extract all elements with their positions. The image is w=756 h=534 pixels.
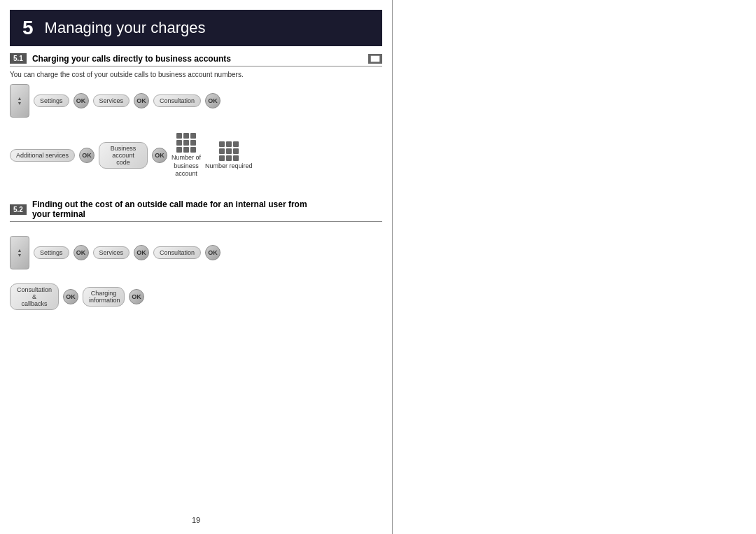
section-52-flow-row2: Consultation &callbacks OK Charginginfor… bbox=[10, 283, 382, 310]
btn-additional-services[interactable]: Additional services bbox=[10, 149, 75, 162]
ok-btn-4[interactable]: OK bbox=[79, 148, 94, 163]
phone-icon-1 bbox=[10, 84, 29, 118]
ok-btn-10[interactable]: OK bbox=[129, 289, 144, 304]
btn-settings-52[interactable]: Settings bbox=[34, 246, 69, 259]
btn-charging-info[interactable]: Charginginformation bbox=[83, 287, 125, 307]
section-51-flow-row1: Settings OK Services OK Consultation OK bbox=[10, 84, 382, 118]
section-51-title: Charging your calls directly to business… bbox=[32, 54, 368, 64]
ok-btn-3[interactable]: OK bbox=[205, 93, 220, 108]
section-52-header: 5.2 Finding out the cost of an outside c… bbox=[10, 199, 382, 222]
ok-btn-8[interactable]: OK bbox=[205, 245, 220, 260]
keypad-icon-2 bbox=[218, 140, 240, 162]
keypad-group-1: Number ofbusinessaccount bbox=[172, 132, 201, 178]
keypad-icon-1 bbox=[175, 132, 197, 154]
btn-consultation-52[interactable]: Consultation bbox=[153, 246, 201, 259]
btn-settings[interactable]: Settings bbox=[34, 94, 69, 107]
keypad-group-2: Number required bbox=[205, 140, 253, 171]
ok-btn-2[interactable]: OK bbox=[134, 93, 149, 108]
ok-btn-6[interactable]: OK bbox=[74, 245, 89, 260]
ok-btn-1[interactable]: OK bbox=[74, 93, 89, 108]
chapter-title-bar: 5 Managing your charges bbox=[10, 10, 382, 46]
section-52-title: Finding out the cost of an outside call … bbox=[32, 199, 382, 219]
section-51-flow-row2: Additional services OK Business accountc… bbox=[10, 132, 382, 178]
section-52-num: 5.2 bbox=[10, 204, 27, 215]
ok-btn-9[interactable]: OK bbox=[63, 289, 78, 304]
section-52-flow-row1: Settings OK Services OK Consultation OK bbox=[10, 236, 382, 269]
section-51-icon bbox=[368, 54, 382, 64]
right-panel bbox=[392, 0, 756, 534]
btn-business-account: Business accountcode bbox=[99, 142, 148, 169]
btn-consultation[interactable]: Consultation bbox=[153, 94, 201, 107]
chapter-number: 5 bbox=[22, 17, 34, 39]
section-51-desc: You can charge the cost of your outside … bbox=[10, 71, 382, 78]
chapter-title: Managing your charges bbox=[45, 19, 206, 37]
section-51-header: 5.1 Charging your calls directly to busi… bbox=[10, 53, 382, 66]
keypad-1-label: Number ofbusinessaccount bbox=[172, 154, 201, 178]
btn-services-52[interactable]: Services bbox=[93, 246, 130, 259]
phone-icon-2 bbox=[10, 236, 29, 269]
ok-btn-7[interactable]: OK bbox=[134, 245, 149, 260]
section-51-num: 5.1 bbox=[10, 53, 27, 64]
btn-services[interactable]: Services bbox=[93, 94, 130, 107]
page-number: 19 bbox=[192, 516, 200, 524]
keypad-2-label: Number required bbox=[205, 162, 253, 171]
ok-btn-5[interactable]: OK bbox=[152, 148, 167, 163]
btn-consultation-callbacks[interactable]: Consultation &callbacks bbox=[10, 283, 59, 310]
main-content: 5 Managing your charges 5.1 Charging you… bbox=[0, 0, 392, 534]
